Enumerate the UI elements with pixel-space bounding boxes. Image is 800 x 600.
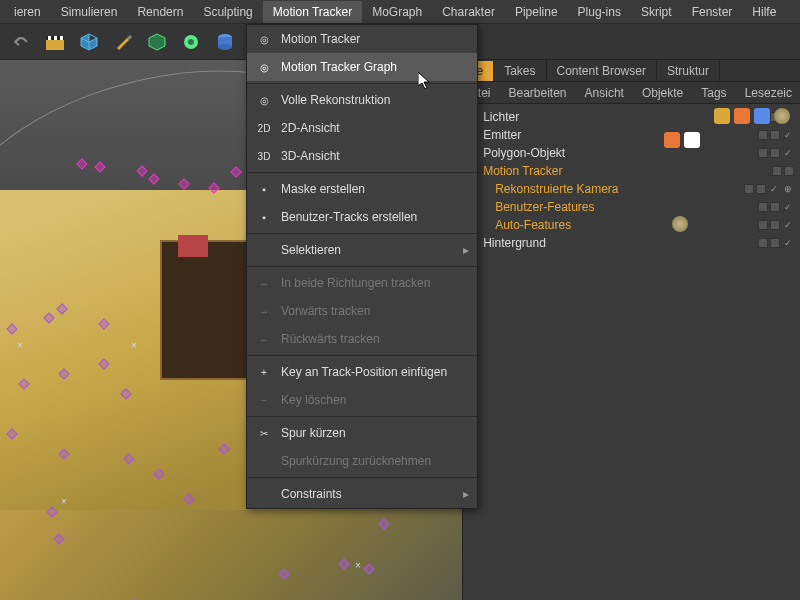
visibility-toggles[interactable] <box>758 130 780 140</box>
visibility-toggles[interactable] <box>758 202 780 212</box>
row-tag-icons-3 <box>672 216 688 232</box>
object-name: Benutzer-Features <box>495 200 754 214</box>
object-name: Auto-Features <box>495 218 754 232</box>
menu-item-in-beide-richtungen-tracken: ↔In beide Richtungen tracken <box>247 269 477 297</box>
menu-item-icon: ← <box>255 330 273 348</box>
object-name: Motion Tracker <box>483 164 768 178</box>
menu-item-icon: − <box>255 391 273 409</box>
visibility-toggles[interactable] <box>758 238 780 248</box>
menu-skript[interactable]: Skript <box>631 1 682 23</box>
panel-menu-ansicht[interactable]: Ansicht <box>585 86 624 100</box>
tag-icon[interactable] <box>664 132 680 148</box>
tag-icon[interactable] <box>734 108 750 124</box>
pin-icon[interactable]: ✓ <box>784 202 794 212</box>
tracker-x-icon: × <box>131 340 137 351</box>
tracker-point[interactable] <box>76 158 87 169</box>
toolbar-undo-icon[interactable] <box>6 27 36 57</box>
panel-menu-bearbeiten[interactable]: Bearbeiten <box>509 86 567 100</box>
pin-icon[interactable]: ✓ <box>784 220 794 230</box>
menu-sculpting[interactable]: Sculpting <box>193 1 262 23</box>
tracker-point[interactable] <box>230 166 241 177</box>
menu-fenster[interactable]: Fenster <box>682 1 743 23</box>
menu-item-label: Motion Tracker <box>281 32 360 46</box>
tag-material-icon[interactable] <box>774 108 790 124</box>
menu-item-constraints[interactable]: Constraints▸ <box>247 480 477 508</box>
menu-item-key-an-track-position-einf-gen[interactable]: +Key an Track-Position einfügen <box>247 358 477 386</box>
pin-icon[interactable]: ✓ <box>784 148 794 158</box>
separator <box>247 233 477 234</box>
tag-icon[interactable] <box>684 132 700 148</box>
target-icon[interactable]: ⊕ <box>784 184 794 194</box>
menu-item-label: Motion Tracker Graph <box>281 60 397 74</box>
menu-item-spurk-rzung-zur-cknehmen: Spurkürzung zurücknehmen <box>247 447 477 475</box>
hierarchy-row-motion-tracker[interactable]: ▸Motion Tracker <box>463 162 800 180</box>
hierarchy-row-polygon-objekt[interactable]: ▸Polygon-Objekt✓ <box>463 144 800 162</box>
toolbar-pen-icon[interactable] <box>108 27 138 57</box>
visibility-toggles[interactable] <box>758 220 780 230</box>
tag-icon[interactable] <box>714 108 730 124</box>
tracker-point[interactable] <box>136 165 147 176</box>
toolbar-gear-icon[interactable] <box>176 27 206 57</box>
object-name: Hintergrund <box>483 236 754 250</box>
svg-rect-3 <box>54 36 57 40</box>
tracker-point[interactable] <box>94 161 105 172</box>
svg-point-6 <box>188 39 194 45</box>
hierarchy-row-auto-features[interactable]: Auto-Features✓ <box>463 216 800 234</box>
tab-struktur[interactable]: Struktur <box>657 61 720 81</box>
pin-icon[interactable]: ✓ <box>770 184 780 194</box>
tracker-x-icon: × <box>17 340 23 351</box>
toolbar-cube2-icon[interactable] <box>142 27 172 57</box>
menu-mograph[interactable]: MoGraph <box>362 1 432 23</box>
menu-item-motion-tracker[interactable]: ◎Motion Tracker <box>247 25 477 53</box>
menu-item-2d-ansicht[interactable]: 2D2D-Ansicht <box>247 114 477 142</box>
menu-simulieren[interactable]: Simulieren <box>51 1 128 23</box>
tab-takes[interactable]: Takes <box>494 61 546 81</box>
toolbar-cylinder-icon[interactable] <box>210 27 240 57</box>
tracker-point[interactable] <box>178 178 189 189</box>
menu-ieren[interactable]: ieren <box>4 1 51 23</box>
menu-item-spur-k-rzen[interactable]: ✂Spur kürzen <box>247 419 477 447</box>
menu-item-label: Benutzer-Tracks erstellen <box>281 210 417 224</box>
menu-item-icon: 3D <box>255 147 273 165</box>
menu-charakter[interactable]: Charakter <box>432 1 505 23</box>
menu-item-icon: ◎ <box>255 91 273 109</box>
viewport-doorway <box>160 240 250 380</box>
menu-item-benutzer-tracks-erstellen[interactable]: ▪Benutzer-Tracks erstellen <box>247 203 477 231</box>
hierarchy-row-emitter[interactable]: ▸Emitter✓ <box>463 126 800 144</box>
tracker-point[interactable] <box>148 173 159 184</box>
pin-icon[interactable]: ✓ <box>784 238 794 248</box>
visibility-toggles[interactable] <box>772 166 794 176</box>
object-manager: teTakesContent BrowserStruktur ateiBearb… <box>462 60 800 600</box>
panel-menu-tags[interactable]: Tags <box>701 86 726 100</box>
hierarchy-row-hintergrund[interactable]: ▸Hintergrund✓ <box>463 234 800 252</box>
menu-item-selektieren[interactable]: Selektieren▸ <box>247 236 477 264</box>
toolbar-clapper-icon[interactable] <box>40 27 70 57</box>
visibility-toggles[interactable] <box>744 184 766 194</box>
menu-pipeline[interactable]: Pipeline <box>505 1 568 23</box>
tag-icon[interactable] <box>754 108 770 124</box>
hierarchy-row-rekonstruierte-kamera[interactable]: Rekonstruierte Kamera✓⊕ <box>463 180 800 198</box>
visibility-toggles[interactable] <box>758 148 780 158</box>
menu-item-icon: ↔ <box>255 274 273 292</box>
object-name: Polygon-Objekt <box>483 146 754 160</box>
tag-material-icon[interactable] <box>672 216 688 232</box>
menu-plug-ins[interactable]: Plug-ins <box>568 1 631 23</box>
menu-item-icon: + <box>255 363 273 381</box>
toolbar-cube-icon[interactable] <box>74 27 104 57</box>
menu-item-maske-erstellen[interactable]: ▪Maske erstellen <box>247 175 477 203</box>
panel-menu-objekte[interactable]: Objekte <box>642 86 683 100</box>
menu-item-3d-ansicht[interactable]: 3D3D-Ansicht <box>247 142 477 170</box>
menu-item-icon <box>255 241 273 259</box>
menu-hilfe[interactable]: Hilfe <box>742 1 786 23</box>
menu-item-motion-tracker-graph[interactable]: ◎Motion Tracker Graph <box>247 53 477 81</box>
menu-item-icon: ▪ <box>255 180 273 198</box>
menu-motion-tracker[interactable]: Motion Tracker <box>263 1 362 23</box>
pin-icon[interactable]: ✓ <box>784 130 794 140</box>
row-tag-icons <box>714 108 790 124</box>
tab-content-browser[interactable]: Content Browser <box>547 61 657 81</box>
menu-rendern[interactable]: Rendern <box>127 1 193 23</box>
hierarchy-row-benutzer-features[interactable]: Benutzer-Features✓ <box>463 198 800 216</box>
panel-menu-lesezeic[interactable]: Lesezeic <box>745 86 792 100</box>
menu-item-volle-rekonstruktion[interactable]: ◎Volle Rekonstruktion <box>247 86 477 114</box>
viewport-sign <box>178 235 208 257</box>
